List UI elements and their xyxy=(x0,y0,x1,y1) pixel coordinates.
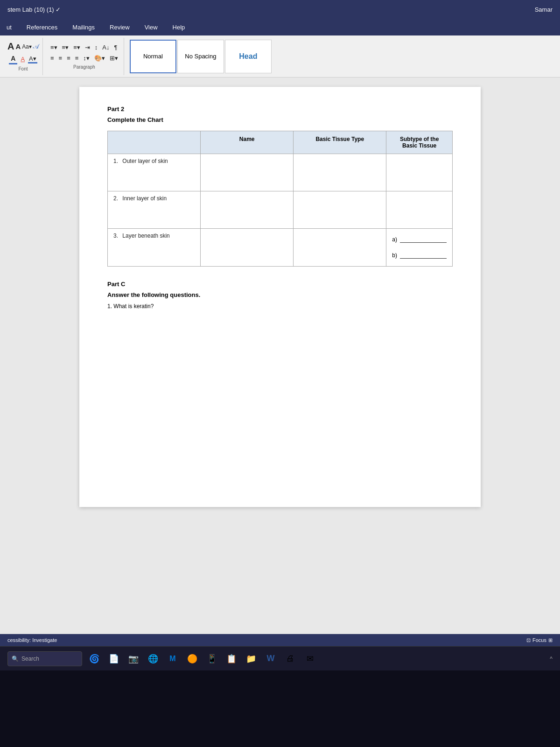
menu-bar: ut References Mailings Review View Help xyxy=(0,19,560,35)
style-heading-box[interactable]: Head xyxy=(225,40,272,73)
taskbar-icons: 🌀 📄 📷 🌐 M 🟠 📱 📋 📁 W 🖨 ✉ xyxy=(86,650,318,667)
focus-icon: ⊡ xyxy=(526,637,531,643)
col-subtype-header: Subtype of the Basic Tissue xyxy=(386,131,453,154)
style-no-spacing-box[interactable]: No Spacing xyxy=(177,40,224,73)
taskbar-icon-0[interactable]: 🌀 xyxy=(86,650,103,667)
subtype-header-line1: Subtype of the xyxy=(400,136,439,142)
style-no-spacing-label: No Spacing xyxy=(185,53,216,60)
taskbar-search[interactable]: 🔍 Search xyxy=(7,651,82,666)
menu-item-view[interactable]: View xyxy=(142,22,161,33)
table-header-row: Name Basic Tissue Type Subtype of the Ba… xyxy=(108,131,453,154)
aa-dropdown[interactable]: Aa▾ xyxy=(22,43,32,50)
table-row: 1. Outer layer of skin xyxy=(108,154,453,191)
highlight-a-btn[interactable]: A xyxy=(9,54,17,64)
col-basic-header: Basic Tissue Type xyxy=(294,131,386,154)
accessibility-text: cessibility: Investigate xyxy=(7,637,57,643)
para-tools: ≡▾ ≡▾ ≡▾ ⇥ ↕ A↓ ¶ ≡ ≡ ≡ ≡ ↕▾ 🎨▾ ⊞▾ xyxy=(49,43,120,63)
row1-basic[interactable] xyxy=(294,154,386,191)
shading-btn[interactable]: 🎨▾ xyxy=(92,54,107,63)
search-label: Search xyxy=(21,655,39,662)
font-row1: A A Aa▾ 𝒜 xyxy=(7,41,39,52)
taskbar-icon-7[interactable]: 📋 xyxy=(223,650,240,667)
indent-decrease-btn[interactable]: ↕ xyxy=(93,43,100,52)
font-label: Font xyxy=(18,66,28,71)
subtype-b-blank[interactable] xyxy=(400,252,447,259)
document-area: Part 2 Complete the Chart Name Basic Tis… xyxy=(0,78,560,712)
user-name: Samar xyxy=(535,6,553,13)
focus-button[interactable]: ⊡ Focus ⊞ xyxy=(526,637,553,643)
row2-basic[interactable] xyxy=(294,191,386,229)
row3-basic[interactable] xyxy=(294,229,386,267)
menu-item-review[interactable]: Review xyxy=(107,22,133,33)
indent-increase-btn[interactable]: ⇥ xyxy=(83,43,92,52)
subtype-a-blank[interactable] xyxy=(400,236,447,243)
align-center-btn[interactable]: ≡ xyxy=(57,54,64,63)
col-desc-header xyxy=(108,131,201,154)
subtype-a-label: a) xyxy=(392,236,397,243)
align-right-btn[interactable]: ≡ xyxy=(65,54,72,63)
style-heading-label: Head xyxy=(239,52,257,61)
focus-label: Focus xyxy=(532,637,546,643)
subtype-line-b: b) xyxy=(392,252,447,259)
paragraph-section: ≡▾ ≡▾ ≡▾ ⇥ ↕ A↓ ¶ ≡ ≡ ≡ ≡ ↕▾ 🎨▾ ⊞▾ Parag… xyxy=(45,38,124,75)
part-c-section: Part C Answer the following questions. 1… xyxy=(107,281,453,310)
partC-heading: Part C xyxy=(107,281,453,288)
taskbar-arrow: ^ xyxy=(550,655,553,662)
sort-btn[interactable]: A↓ xyxy=(100,43,111,52)
answer-label: Answer the following questions. xyxy=(107,291,453,298)
row2-subtype[interactable] xyxy=(386,191,453,229)
taskbar: 🔍 Search 🌀 📄 📷 🌐 M 🟠 📱 📋 📁 W 🖨 ✉ ^ xyxy=(0,646,560,670)
taskbar-icon-10[interactable]: 🖨 xyxy=(282,650,299,667)
taskbar-icon-11[interactable]: ✉ xyxy=(301,650,318,667)
ribbon: A A Aa▾ 𝒜 A A A▾ Font ≡▾ ≡▾ ≡▾ ⇥ ↕ A↓ ¶ … xyxy=(0,35,560,78)
row2-name[interactable] xyxy=(201,191,294,229)
font-section: A A Aa▾ 𝒜 A A A▾ Font xyxy=(4,38,43,75)
taskbar-icon-5[interactable]: 🟠 xyxy=(184,650,201,667)
pilcrow-btn[interactable]: ¶ xyxy=(112,43,119,52)
taskbar-icon-9[interactable]: W xyxy=(262,650,279,667)
med-a-icon: A xyxy=(15,42,21,50)
subtype-lines: a) b) xyxy=(392,233,447,262)
menu-item-ut[interactable]: ut xyxy=(4,22,14,33)
row1-subtype[interactable] xyxy=(386,154,453,191)
taskbar-icon-8[interactable]: 📁 xyxy=(243,650,259,667)
menu-item-help[interactable]: Help xyxy=(170,22,188,33)
row3-name[interactable] xyxy=(201,229,294,267)
grid-icon: ⊞ xyxy=(548,637,553,643)
complete-chart-heading: Complete the Chart xyxy=(107,116,453,123)
taskbar-icon-3[interactable]: 🌐 xyxy=(145,650,161,667)
status-bar: cessibility: Investigate ⊡ Focus ⊞ xyxy=(0,634,560,646)
row2-desc: 2. Inner layer of skin xyxy=(108,191,201,229)
menu-item-mailings[interactable]: Mailings xyxy=(70,22,98,33)
justify-btn[interactable]: ≡ xyxy=(73,54,81,63)
font-a-dropdown[interactable]: A▾ xyxy=(28,55,37,63)
subtype-line-a: a) xyxy=(392,236,447,243)
borders-btn[interactable]: ⊞▾ xyxy=(108,54,120,63)
taskbar-icon-2[interactable]: 📷 xyxy=(125,650,142,667)
font-row2: A A A▾ xyxy=(9,54,37,64)
paragraph-label: Paragraph xyxy=(73,64,95,70)
subtype-b-label: b) xyxy=(392,252,397,259)
row3-desc: 3. Layer beneath skin xyxy=(108,229,201,267)
subtype-header-line2: Basic Tissue xyxy=(402,142,436,149)
style-normal-box[interactable]: Normal xyxy=(130,40,176,73)
multilevel-list-btn[interactable]: ≡▾ xyxy=(71,43,82,52)
underline-a-btn[interactable]: A xyxy=(19,55,27,63)
row1-name[interactable] xyxy=(201,154,294,191)
list-outdent-btn[interactable]: ≡▾ xyxy=(60,43,71,52)
list-indent-btn[interactable]: ≡▾ xyxy=(49,43,59,52)
line-spacing-btn[interactable]: ↕▾ xyxy=(81,54,91,63)
taskbar-icon-6[interactable]: 📱 xyxy=(203,650,220,667)
question1-text: 1. What is keratin? xyxy=(107,303,154,310)
menu-item-references[interactable]: References xyxy=(24,22,60,33)
search-icon: 🔍 xyxy=(12,655,19,662)
document-page: Part 2 Complete the Chart Name Basic Tis… xyxy=(79,87,481,507)
para-row1: ≡▾ ≡▾ ≡▾ ⇥ ↕ A↓ ¶ xyxy=(49,43,120,52)
font-script-icon: 𝒜 xyxy=(33,42,39,50)
taskbar-icon-1[interactable]: 📄 xyxy=(105,650,122,667)
align-left-btn[interactable]: ≡ xyxy=(49,54,56,63)
taskbar-icon-4[interactable]: M xyxy=(164,650,181,667)
para-row2: ≡ ≡ ≡ ≡ ↕▾ 🎨▾ ⊞▾ xyxy=(49,54,120,63)
chart-table: Name Basic Tissue Type Subtype of the Ba… xyxy=(107,131,453,267)
row3-subtype[interactable]: a) b) xyxy=(386,229,453,267)
